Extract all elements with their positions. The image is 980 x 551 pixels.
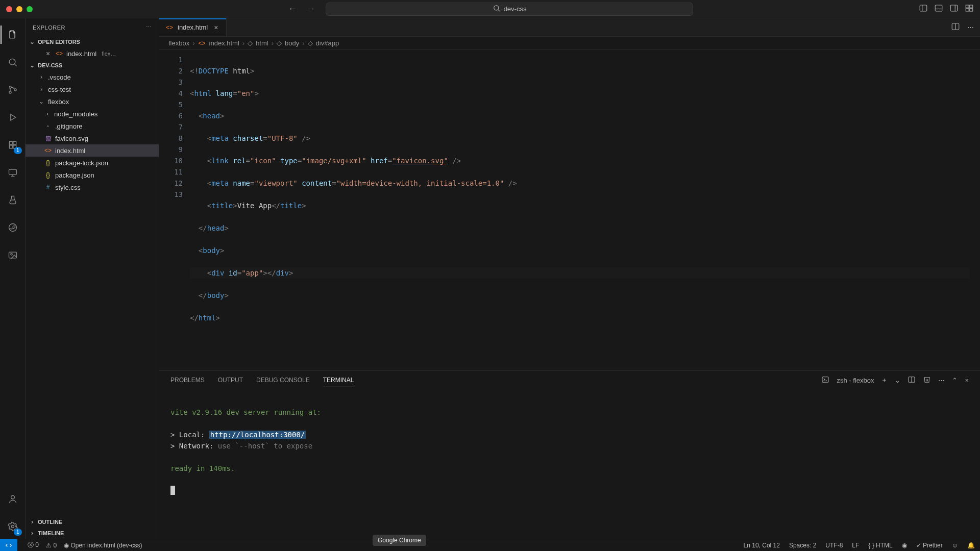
remote-indicator[interactable] — [0, 539, 17, 552]
panel-tab-debug-console[interactable]: DEBUG CONSOLE — [256, 373, 310, 387]
html-file-icon: <> — [44, 146, 52, 155]
tab-index-html[interactable]: <> index.html × — [159, 18, 227, 36]
search-view-icon[interactable] — [1, 50, 25, 74]
toggle-panel-icon[interactable] — [934, 4, 943, 14]
crumb-folder[interactable]: flexbox — [168, 39, 189, 47]
terminal-content[interactable]: vite v2.9.16 dev server running at: > Lo… — [159, 389, 980, 539]
terminal-dropdown-icon[interactable]: ⌄ — [895, 377, 900, 384]
close-window[interactable] — [6, 6, 12, 12]
settings-gear-icon[interactable]: 1 — [1, 514, 25, 539]
folder-flexbox[interactable]: ⌄ flexbox — [26, 95, 159, 108]
open-editor-name: index.html — [66, 50, 96, 58]
maximize-panel-icon[interactable]: ⌃ — [952, 377, 958, 384]
file-favicon[interactable]: ▧ favicon.svg — [26, 132, 159, 144]
crumb-html[interactable]: html — [256, 39, 268, 47]
chevron-right-icon: › — [302, 39, 304, 47]
crumb-file[interactable]: index.html — [209, 39, 239, 47]
status-line-col[interactable]: Ln 10, Col 12 — [744, 542, 780, 549]
command-center[interactable]: dev-css — [326, 3, 693, 16]
open-editors-header[interactable]: ⌄ OPEN EDITORS — [26, 36, 159, 47]
file-gitignore[interactable]: ◦ .gitignore — [26, 120, 159, 132]
kill-terminal-icon[interactable] — [923, 375, 931, 385]
close-icon[interactable]: × — [212, 23, 220, 32]
nav-forward-icon[interactable]: → — [306, 4, 315, 14]
chevron-right-icon: › — [29, 530, 36, 537]
close-panel-icon[interactable]: × — [965, 377, 969, 384]
status-eol[interactable]: LF — [852, 542, 859, 549]
file-package-lock[interactable]: {} package-lock.json — [26, 157, 159, 169]
remote-explorer-icon[interactable] — [1, 160, 25, 185]
run-debug-icon[interactable] — [1, 105, 25, 130]
toggle-secondary-sidebar-icon[interactable] — [949, 4, 959, 14]
panel-tab-problems[interactable]: PROBLEMS — [170, 373, 205, 387]
workspace-header[interactable]: ⌄ DEV-CSS — [26, 60, 159, 71]
folder-csstest[interactable]: › css-test — [26, 83, 159, 95]
svg-rect-9 — [970, 5, 973, 8]
file-index-html[interactable]: <> index.html — [26, 144, 159, 157]
timeline-header[interactable]: › TIMELINE — [26, 528, 159, 539]
file-label: package.json — [55, 171, 94, 179]
file-style-css[interactable]: # style.css — [26, 181, 159, 193]
close-icon[interactable]: × — [44, 49, 52, 58]
status-warnings[interactable]: ⚠ 0 — [46, 542, 57, 549]
svg-rect-2 — [920, 5, 927, 11]
terminal-shell-icon — [821, 375, 829, 385]
chevron-right-icon: › — [29, 518, 36, 525]
more-actions-icon[interactable]: ⋯ — [938, 377, 945, 384]
svg-rect-21 — [13, 141, 16, 144]
outline-header[interactable]: › OUTLINE — [26, 516, 159, 528]
toggle-primary-sidebar-icon[interactable] — [919, 4, 928, 14]
braces-icon: { } — [868, 542, 874, 549]
open-editor-item[interactable]: × <> index.html flex… — [26, 47, 159, 60]
dock-tooltip: Google Chrome — [373, 535, 426, 546]
chevron-right-icon: › — [272, 39, 274, 47]
status-open-html[interactable]: ◉ Open index.html (dev-css) — [64, 542, 142, 549]
panel: PROBLEMS OUTPUT DEBUG CONSOLE TERMINAL z… — [159, 370, 980, 539]
status-bell-icon[interactable]: 🔔 — [967, 542, 975, 549]
status-encoding[interactable]: UTF-8 — [825, 542, 843, 549]
split-editor-icon[interactable] — [951, 22, 960, 33]
terminal-shell-label[interactable]: zsh - flexbox — [837, 377, 874, 384]
status-go-live[interactable]: ◉ — [902, 542, 907, 549]
file-package-json[interactable]: {} package.json — [26, 169, 159, 181]
nav-back-icon[interactable]: ← — [288, 4, 297, 14]
check-icon: ✓ — [916, 542, 921, 549]
folder-vscode[interactable]: › .vscode — [26, 71, 159, 83]
status-language[interactable]: { } HTML — [868, 542, 892, 549]
crumb-body[interactable]: body — [285, 39, 299, 47]
split-terminal-icon[interactable] — [908, 375, 916, 385]
extensions-icon[interactable]: 1 — [1, 133, 25, 157]
status-feedback-icon[interactable]: ☺ — [952, 542, 958, 549]
broadcast-icon: ◉ — [902, 542, 907, 549]
panel-tab-output[interactable]: OUTPUT — [218, 373, 243, 387]
file-label: index.html — [55, 147, 85, 155]
more-actions-icon[interactable]: ⋯ — [967, 23, 974, 31]
status-prettier[interactable]: ✓ Prettier — [916, 542, 943, 549]
accounts-icon[interactable] — [1, 487, 25, 511]
image-preview-icon[interactable] — [1, 243, 25, 267]
svg-rect-10 — [966, 9, 969, 11]
code-content[interactable]: <!DOCTYPE html> <html lang="en"> <head> … — [190, 50, 970, 370]
new-terminal-icon[interactable]: ＋ — [881, 375, 888, 385]
folder-node-modules[interactable]: › node_modules — [26, 108, 159, 120]
editor-area: <> index.html × ⋯ flexbox › <> index.htm… — [159, 18, 980, 539]
nav-arrows: ← → — [288, 4, 315, 14]
breadcrumbs[interactable]: flexbox › <> index.html › ◇ html › ◇ bod… — [159, 37, 980, 50]
zoom-window[interactable] — [27, 6, 33, 12]
editor-body[interactable]: 123 456 789 101112 13 <!DOCTYPE html> <h… — [159, 50, 980, 370]
testing-icon[interactable] — [1, 188, 25, 212]
edge-icon[interactable] — [1, 215, 25, 240]
folder-label: node_modules — [54, 110, 97, 118]
minimap[interactable] — [970, 50, 980, 370]
status-errors[interactable]: ⓧ 0 — [28, 541, 39, 549]
source-control-icon[interactable] — [1, 78, 25, 102]
crumb-divapp[interactable]: div#app — [316, 39, 339, 47]
minimize-window[interactable] — [16, 6, 22, 12]
explorer-view-icon[interactable] — [1, 22, 25, 47]
svg-point-15 — [9, 91, 11, 93]
search-icon — [493, 4, 501, 14]
status-indent[interactable]: Spaces: 2 — [789, 542, 816, 549]
customize-layout-icon[interactable] — [965, 4, 974, 14]
sidebar-more-icon[interactable]: ⋯ — [146, 24, 152, 31]
panel-tab-terminal[interactable]: TERMINAL — [323, 373, 354, 387]
